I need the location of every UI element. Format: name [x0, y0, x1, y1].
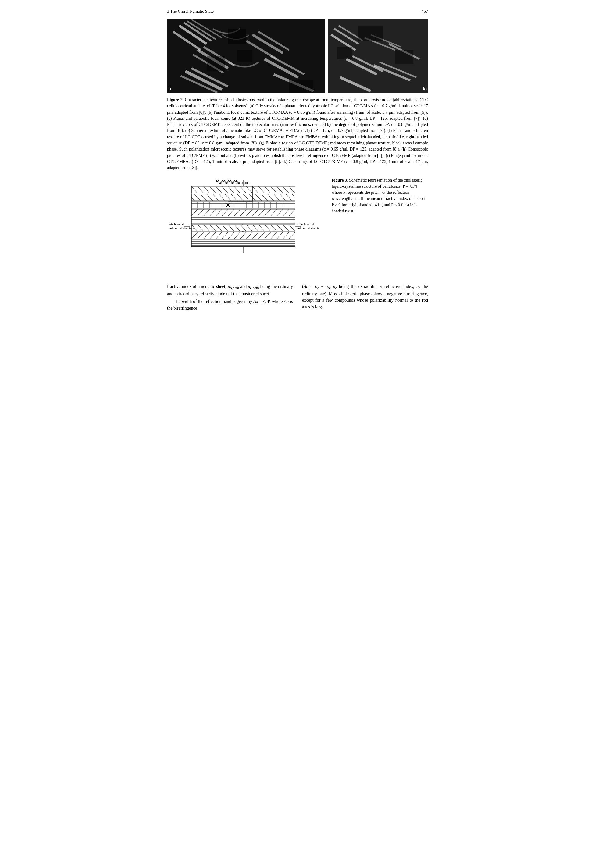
- figure2-label-k: k): [423, 87, 427, 92]
- figure2-image-left: i): [167, 19, 325, 93]
- svg-rect-35: [395, 50, 413, 63]
- svg-rect-21: [207, 56, 225, 71]
- figure3-caption-text: Schematic representation of the choleste…: [332, 178, 426, 213]
- figure3-section: cross section: [167, 177, 428, 276]
- body-right-p1: (Δn = ne − no; ne being the extraordinar…: [302, 283, 428, 310]
- body-col-left: fractive index of a nematic sheet; no,ne…: [167, 283, 293, 311]
- svg-text:left-handed: left-handed: [169, 222, 184, 226]
- figure2-caption-text: Characteristic textures of cellulosics o…: [167, 97, 428, 170]
- svg-rect-60: [191, 194, 295, 201]
- svg-rect-34: [358, 26, 383, 41]
- figure3-caption: Figure 3. Schematic representation of th…: [332, 177, 428, 214]
- figure3-diagram: cross section: [167, 177, 326, 276]
- chapter-title: 3 The Chiral Nematic State: [167, 9, 214, 14]
- figure2-label: Figure 2.: [167, 97, 184, 102]
- svg-rect-36: [337, 47, 352, 59]
- svg-point-112: [227, 204, 229, 206]
- svg-text:right-handed: right-handed: [297, 222, 314, 226]
- svg-rect-19: [237, 50, 252, 62]
- body-col-right: (Δn = ne − no; ne being the extraordinar…: [302, 283, 428, 311]
- body-left-p2: The width of the reflection band is give…: [167, 298, 293, 311]
- body-text: fractive index of a nematic sheet; no,ne…: [167, 283, 428, 311]
- figure3-label: Figure 3.: [332, 178, 348, 183]
- page-header: 3 The Chiral Nematic State 457: [167, 9, 428, 14]
- figure2-image-right: k): [328, 19, 428, 93]
- figure2-caption: Figure 2. Characteristic textures of cel…: [167, 97, 428, 171]
- svg-text:helicoidal structure: helicoidal structure: [169, 226, 194, 230]
- figure2-images: i) k): [167, 19, 428, 93]
- figure2-label-i: i): [168, 87, 171, 92]
- svg-rect-20: [289, 80, 313, 93]
- page-number: 457: [422, 9, 428, 14]
- svg-rect-139: [191, 217, 295, 224]
- svg-rect-18: [228, 29, 246, 44]
- body-left-p1: fractive index of a nematic sheet; no,ne…: [167, 283, 293, 297]
